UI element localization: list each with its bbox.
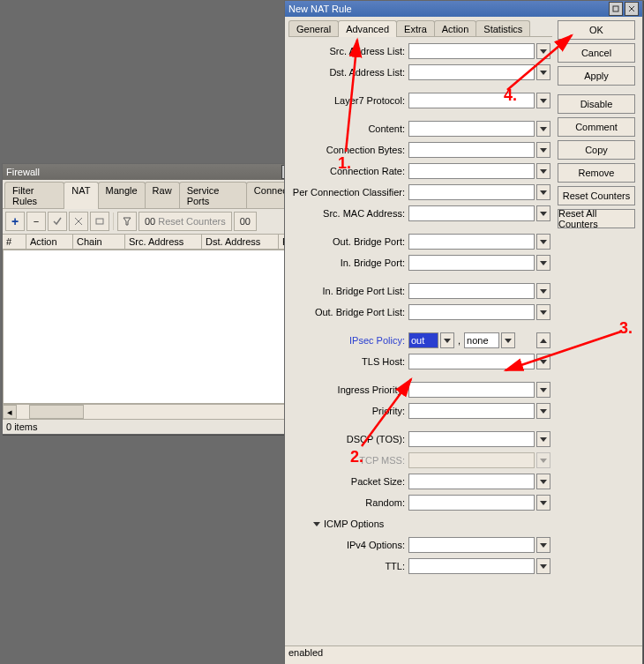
- src-addr-list-input[interactable]: [408, 43, 535, 59]
- ipv4-options-input[interactable]: [408, 537, 535, 553]
- ttl-dropdown-icon[interactable]: [536, 558, 550, 574]
- in-bridge-input[interactable]: [408, 255, 535, 271]
- nat-rule-titlebar[interactable]: New NAT Rule: [285, 1, 642, 17]
- layer7-dropdown-icon[interactable]: [536, 93, 550, 108]
- nat-tab-action[interactable]: Action: [434, 20, 477, 36]
- svg-marker-6: [124, 218, 131, 225]
- comment-button[interactable]: Comment: [558, 117, 635, 137]
- ipsec-collapse-icon[interactable]: [536, 332, 550, 348]
- nat-min-icon[interactable]: [609, 2, 623, 16]
- pcc-input[interactable]: [408, 184, 535, 200]
- random-dropdown-icon[interactable]: [536, 495, 550, 511]
- tls-host-input[interactable]: [408, 354, 535, 369]
- col-dst[interactable]: Dst. Address: [202, 235, 279, 249]
- src-mac-dropdown-icon[interactable]: [536, 205, 550, 221]
- ingress-prio-dropdown-icon[interactable]: [536, 382, 550, 398]
- packet-size-dropdown-icon[interactable]: [536, 474, 550, 489]
- filter-icon[interactable]: [117, 212, 137, 231]
- lbl-tls-host: TLS Host:: [290, 356, 408, 367]
- random-input[interactable]: [408, 495, 535, 511]
- lbl-ipv4-options: IPv4 Options:: [290, 540, 408, 550]
- lbl-conn-bytes: Connection Bytes:: [290, 145, 408, 155]
- priority-input[interactable]: [408, 403, 535, 419]
- firewall-list[interactable]: [3, 250, 315, 404]
- nat-tab-statistics[interactable]: Statistics: [476, 20, 530, 36]
- copy-button[interactable]: Copy: [558, 140, 635, 160]
- tab-raw[interactable]: Raw: [145, 182, 180, 208]
- scroll-thumb[interactable]: [29, 405, 84, 419]
- in-bridge-list-dropdown-icon[interactable]: [536, 283, 550, 299]
- nat-tab-general[interactable]: General: [288, 20, 339, 36]
- nat-tab-advanced[interactable]: Advanced: [338, 20, 397, 37]
- priority-dropdown-icon[interactable]: [536, 403, 550, 419]
- conn-rate-input[interactable]: [408, 163, 535, 179]
- reset-counters-button[interactable]: 00Reset Counters: [139, 212, 232, 231]
- disable-button[interactable]: Disable: [558, 94, 635, 114]
- out-bridge-list-dropdown-icon[interactable]: [536, 304, 550, 320]
- out-bridge-dropdown-icon[interactable]: [536, 234, 550, 250]
- in-bridge-list-input[interactable]: [408, 283, 535, 299]
- firewall-titlebar[interactable]: Firewall: [3, 164, 315, 180]
- nat-footer: enabled: [285, 645, 642, 664]
- lbl-tcp-mss: TCP MSS:: [290, 455, 408, 466]
- ipsec-policy-dropdown-icon[interactable]: [501, 332, 515, 348]
- tab-mangle[interactable]: Mangle: [98, 182, 146, 208]
- ipsec-dir-dropdown-icon[interactable]: [440, 332, 454, 348]
- ipv4-options-dropdown-icon[interactable]: [536, 537, 550, 553]
- reset-all-counters-button[interactable]: Reset All Counters: [558, 209, 635, 228]
- layer7-input[interactable]: [408, 93, 535, 108]
- col-src[interactable]: Src. Address: [125, 235, 202, 249]
- pcc-dropdown-icon[interactable]: [536, 184, 550, 200]
- tcp-mss-dropdown-icon: [536, 452, 550, 468]
- in-bridge-dropdown-icon[interactable]: [536, 255, 550, 271]
- ipsec-dir-select[interactable]: out: [408, 332, 438, 348]
- firewall-window: Firewall Filter Rules NAT Mangle Raw Ser…: [2, 163, 316, 435]
- icmp-disclosure-icon[interactable]: [313, 522, 320, 526]
- remove-button[interactable]: Remove: [558, 163, 635, 183]
- scroll-left-icon[interactable]: ◂: [3, 405, 17, 419]
- lbl-icmp-options: ICMP Options: [324, 519, 384, 529]
- nat-close-icon[interactable]: [625, 2, 639, 16]
- col-action[interactable]: Action: [26, 235, 73, 249]
- dst-addr-list-input[interactable]: [408, 64, 535, 80]
- apply-button[interactable]: Apply: [558, 66, 635, 86]
- lbl-content: Content:: [290, 123, 408, 134]
- cancel-button[interactable]: Cancel: [558, 43, 635, 63]
- ttl-input[interactable]: [408, 558, 535, 574]
- nat-form: Src. Address List: Dst. Address List: La…: [288, 37, 552, 577]
- tab-service-ports[interactable]: Service Ports: [179, 182, 247, 208]
- src-addr-list-dropdown-icon[interactable]: [536, 43, 550, 59]
- ipsec-policy-select[interactable]: none: [464, 332, 499, 348]
- src-mac-input[interactable]: [408, 205, 535, 221]
- conn-rate-dropdown-icon[interactable]: [536, 163, 550, 179]
- ingress-prio-input[interactable]: [408, 382, 535, 398]
- packet-size-input[interactable]: [408, 474, 535, 489]
- content-input[interactable]: [408, 121, 535, 137]
- dscp-input[interactable]: [408, 431, 535, 447]
- tab-nat[interactable]: NAT: [64, 182, 98, 209]
- nat-action-buttons: OK Cancel Apply Disable Comment Copy Rem…: [556, 17, 642, 645]
- reset-counters-button[interactable]: Reset Counters: [558, 186, 635, 205]
- tls-host-dropdown-icon[interactable]: [536, 354, 550, 369]
- tab-filter-rules[interactable]: Filter Rules: [4, 182, 64, 208]
- remove-icon[interactable]: −: [26, 212, 46, 231]
- dscp-dropdown-icon[interactable]: [536, 431, 550, 447]
- comment-icon[interactable]: [90, 212, 109, 231]
- conn-bytes-input[interactable]: [408, 142, 535, 158]
- ok-button[interactable]: OK: [558, 20, 635, 40]
- dst-addr-list-dropdown-icon[interactable]: [536, 64, 550, 80]
- conn-bytes-dropdown-icon[interactable]: [536, 142, 550, 158]
- disable-icon[interactable]: [69, 212, 88, 231]
- h-scrollbar[interactable]: ◂ ▸: [3, 404, 315, 419]
- content-dropdown-icon[interactable]: [536, 121, 550, 137]
- firewall-status: 0 items: [3, 419, 315, 434]
- out-bridge-input[interactable]: [408, 234, 535, 250]
- lbl-priority: Priority:: [290, 406, 408, 416]
- nat-tab-extra[interactable]: Extra: [396, 20, 435, 36]
- out-bridge-list-input[interactable]: [408, 304, 535, 320]
- add-icon[interactable]: +: [5, 212, 25, 231]
- reset-all-counters-button[interactable]: 00: [234, 212, 257, 231]
- col-num[interactable]: #: [3, 235, 26, 249]
- col-chain[interactable]: Chain: [73, 235, 125, 249]
- enable-icon[interactable]: [48, 212, 67, 231]
